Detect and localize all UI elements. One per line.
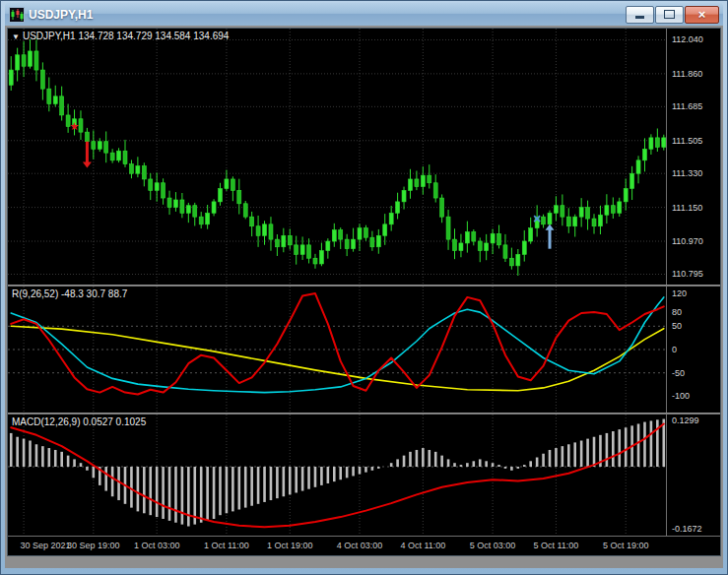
macd-panel: MACD(12,26,9) 0.0527 0.1025 0.1299-0.167…: [8, 415, 720, 536]
oscillator-axis-label: 0: [672, 345, 677, 354]
close-icon: ×: [698, 8, 706, 21]
close-button[interactable]: ×: [685, 6, 719, 24]
oscillator-axis[interactable]: 12080500-50-100: [666, 287, 720, 413]
price-axis-label: 112.040: [672, 34, 703, 44]
oscillator-label: R(9,26,52) -48.3 30.7 88.7: [12, 288, 127, 299]
price-axis-label: 111.860: [672, 69, 702, 79]
time-axis-label: 1 Oct 19:00: [254, 541, 325, 550]
oscillator-canvas[interactable]: [8, 287, 667, 413]
time-axis-label: 5 Oct 03:00: [457, 541, 528, 550]
time-axis-label: 5 Oct 11:00: [520, 541, 591, 550]
macd-axis-label: -0.1672: [672, 524, 702, 534]
time-axis-label: 4 Oct 11:00: [387, 541, 458, 550]
price-axis-label: 111.330: [672, 168, 702, 178]
ohlc-readout: ▼USDJPY,H1 134.728 134.729 134.584 134.6…: [12, 31, 229, 41]
sell-arrow-icon: [83, 142, 92, 168]
window-title: USDJPY,H1: [29, 8, 626, 22]
time-axis-label: 1 Oct 11:00: [191, 541, 262, 550]
ohlc-text: USDJPY,H1 134.728 134.729 134.584 134.69…: [23, 31, 229, 41]
minimize-icon: [635, 16, 644, 19]
price-panel: ▼USDJPY,H1 134.728 134.729 134.584 134.6…: [8, 29, 720, 285]
oscillator-axis-label: -50: [672, 368, 685, 378]
price-axis-label: 110.970: [672, 236, 703, 246]
macd-histogram: [11, 419, 664, 527]
mdi-client-area: ▼USDJPY,H1 134.728 134.729 134.584 134.6…: [5, 26, 723, 568]
macd-signal-line: [11, 424, 664, 528]
price-axis-label: 111.685: [672, 101, 702, 111]
oscillator-cyan-line: [11, 297, 664, 393]
chart-window: ▼USDJPY,H1 134.728 134.729 134.584 134.6…: [7, 28, 721, 556]
time-axis-label: 5 Oct 19:00: [590, 541, 661, 550]
buy-arrow-icon: [545, 224, 554, 249]
macd-canvas[interactable]: [8, 415, 667, 536]
oscillator-axis-label: 50: [672, 321, 682, 331]
restore-button[interactable]: [655, 6, 684, 24]
price-chart-canvas[interactable]: ★: [8, 29, 667, 285]
time-axis-label: 4 Oct 03:00: [324, 541, 395, 550]
oscillator-axis-label: 120: [672, 288, 687, 298]
price-axis-label: 111.505: [672, 136, 702, 146]
window-titlebar[interactable]: USDJPY,H1 ×: [5, 3, 723, 26]
oscillator-yellow-line: [11, 326, 664, 390]
oscillator-red-line: [11, 293, 664, 394]
price-axis-label: 111.150: [672, 203, 702, 213]
oscillator-axis-label: 80: [672, 307, 682, 317]
minimize-button[interactable]: [626, 6, 654, 24]
sell-signal-star-icon: ★: [70, 120, 80, 133]
chart-app-icon: [9, 7, 25, 23]
macd-axis[interactable]: 0.1299-0.1672: [666, 415, 720, 536]
time-axis-label: 1 Oct 03:00: [121, 541, 192, 550]
symbol-dropdown-icon: ▼: [12, 32, 20, 41]
oscillator-panel: R(9,26,52) -48.3 30.7 88.7 12080500-50-1…: [8, 287, 720, 413]
time-axis[interactable]: 30 Sep 202130 Sep 19:001 Oct 03:001 Oct …: [8, 536, 720, 555]
price-axis[interactable]: 112.040111.860111.685111.505111.330111.1…: [666, 29, 720, 285]
restore-icon: [664, 10, 675, 19]
time-axis-label: 30 Sep 19:00: [58, 541, 129, 550]
macd-label: MACD(12,26,9) 0.0527 0.1025: [12, 416, 146, 427]
price-axis-label: 110.795: [672, 269, 703, 279]
oscillator-axis-label: -100: [672, 391, 690, 401]
terminal-window: USDJPY,H1 × ▼USDJPY,H1 134.728 134.729 1…: [0, 0, 728, 575]
macd-axis-label: 0.1299: [672, 415, 699, 425]
